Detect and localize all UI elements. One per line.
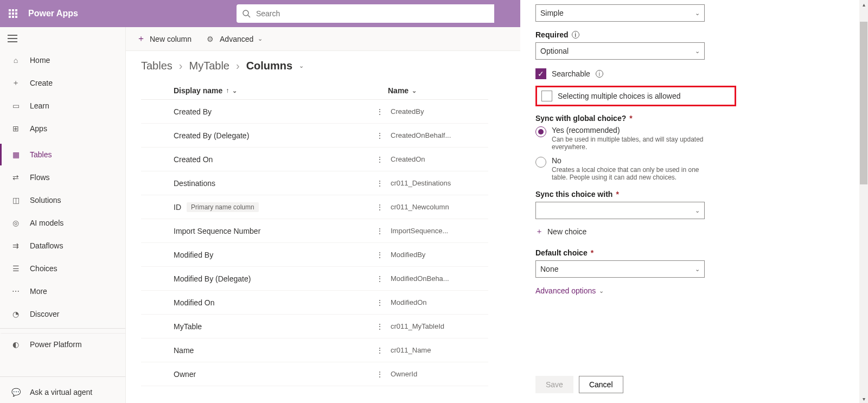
table-row[interactable]: Modified By (Delegate)⋮ModifiedOnBeha... xyxy=(141,267,488,291)
radio-no-label: No xyxy=(552,156,714,165)
new-choice-label: New choice xyxy=(547,227,586,236)
default-choice-select[interactable]: None ⌄ xyxy=(535,260,705,278)
row-more-icon[interactable]: ⋮ xyxy=(369,227,391,235)
row-display-name: Modified By xyxy=(174,251,213,259)
row-display-name: Modified By (Delegate) xyxy=(174,274,251,283)
advanced-button[interactable]: ⚙ Advanced ⌄ xyxy=(202,30,265,48)
hamburger-icon[interactable] xyxy=(0,30,125,48)
radio-yes[interactable] xyxy=(535,126,546,137)
row-more-icon[interactable]: ⋮ xyxy=(369,203,391,212)
behavior-value: Simple xyxy=(540,9,564,17)
sidebar-item-tables[interactable]: ▦Tables xyxy=(0,144,125,165)
sync-global-label: Sync with global choice? xyxy=(535,114,626,123)
row-more-icon[interactable]: ⋮ xyxy=(369,346,391,355)
power-platform-icon: ◐ xyxy=(10,339,21,350)
breadcrumb-tables[interactable]: Tables xyxy=(141,60,173,72)
searchable-checkbox[interactable]: ✓ xyxy=(535,68,546,79)
scroll-down-arrow[interactable]: ▾ xyxy=(859,394,868,403)
sidebar-item-more[interactable]: ⋯More xyxy=(0,280,125,302)
required-select[interactable]: Optional ⌄ xyxy=(535,42,705,60)
sidebar-item-flows[interactable]: ⇄Flows xyxy=(0,167,125,188)
row-more-icon[interactable]: ⋮ xyxy=(369,179,391,188)
sidebar-item-label: Power Platform xyxy=(30,340,82,349)
breadcrumb-mytable[interactable]: MyTable xyxy=(189,60,229,72)
ask-virtual-agent[interactable]: 💬 Ask a virtual agent xyxy=(0,381,125,403)
new-column-button[interactable]: ＋ New column xyxy=(135,30,194,48)
table-row[interactable]: Owner⋮OwnerId xyxy=(141,362,488,386)
sidebar-item-ai-models[interactable]: ◎AI models xyxy=(0,212,125,234)
table-row[interactable]: Created On⋮CreatedOn xyxy=(141,148,488,171)
vertical-scrollbar[interactable]: ▴ ▾ xyxy=(859,0,868,403)
table-row[interactable]: ID Primary name column⋮cr011_Newcolumn xyxy=(141,195,488,219)
chevron-down-icon[interactable]: ⌄ xyxy=(299,62,304,69)
chevron-down-icon: ⌄ xyxy=(258,35,263,42)
sidebar-item-solutions[interactable]: ◫Solutions xyxy=(0,189,125,211)
row-more-icon[interactable]: ⋮ xyxy=(369,155,391,164)
searchable-label: Searchable xyxy=(552,69,590,78)
row-display-name: Name xyxy=(174,346,194,355)
header-display-name[interactable]: Display name ↑ ⌄ xyxy=(141,86,388,95)
behavior-select[interactable]: Simple ⌄ xyxy=(535,4,705,22)
waffle-icon[interactable] xyxy=(4,5,22,22)
sidebar-item-apps[interactable]: ⊞Apps xyxy=(0,118,125,139)
advanced-options-toggle[interactable]: Advanced options ⌄ xyxy=(535,286,844,295)
cancel-button[interactable]: Cancel xyxy=(579,376,623,393)
search-input[interactable] xyxy=(255,9,489,18)
chevron-down-icon: ⌄ xyxy=(412,87,417,94)
sidebar-item-discover[interactable]: ◔Discover xyxy=(0,303,125,325)
sidebar-item-home[interactable]: ⌂Home xyxy=(0,49,125,71)
svg-rect-7 xyxy=(12,16,14,18)
chevron-down-icon: ⌄ xyxy=(695,266,700,273)
radio-yes-desc: Can be used in multiple tables, and will… xyxy=(552,136,714,151)
row-more-icon[interactable]: ⋮ xyxy=(369,322,391,331)
flow-icon: ⇄ xyxy=(10,172,21,183)
header-name[interactable]: Name ⌄ xyxy=(388,86,488,95)
row-display-name: ID xyxy=(174,203,181,212)
radio-no[interactable] xyxy=(535,157,546,168)
default-choice-value: None xyxy=(540,265,558,273)
row-schema-name: cr011_Newcolumn xyxy=(391,203,488,211)
svg-rect-4 xyxy=(12,12,14,15)
table-row[interactable]: Created By (Delegate)⋮CreatedOnBehalf... xyxy=(141,124,488,148)
table-row[interactable]: Modified On⋮ModifiedOn xyxy=(141,291,488,315)
search-box[interactable] xyxy=(237,4,494,23)
row-schema-name: ModifiedOn xyxy=(391,298,488,306)
info-icon[interactable]: i xyxy=(572,31,579,39)
table-row[interactable]: MyTable⋮cr011_MyTableId xyxy=(141,315,488,338)
table-row[interactable]: Destinations⋮cr011_Destinations xyxy=(141,171,488,195)
scroll-up-arrow[interactable]: ▴ xyxy=(859,0,868,9)
chevron-right-icon: › xyxy=(179,60,183,72)
row-more-icon[interactable]: ⋮ xyxy=(369,274,391,283)
more-icon: ⋯ xyxy=(10,286,21,297)
chevron-down-icon: ⌄ xyxy=(695,207,700,214)
sidebar-item-create[interactable]: ＋Create xyxy=(0,72,125,94)
row-more-icon[interactable]: ⋮ xyxy=(369,107,391,116)
table-row[interactable]: Created By⋮CreatedBy xyxy=(141,100,488,124)
sidebar-item-power-platform[interactable]: ◐ Power Platform xyxy=(0,333,125,355)
multiple-choices-checkbox[interactable] xyxy=(541,91,552,101)
new-choice-button[interactable]: ＋ New choice xyxy=(535,223,844,240)
sidebar-item-label: Learn xyxy=(30,101,49,110)
table-row[interactable]: Import Sequence Number⋮ImportSequence... xyxy=(141,219,488,243)
sidebar-item-choices[interactable]: ☰Choices xyxy=(0,258,125,279)
svg-rect-6 xyxy=(9,16,11,18)
table-row[interactable]: Name⋮cr011_Name xyxy=(141,338,488,362)
multiple-choices-highlight: Selecting multiple choices is allowed xyxy=(535,86,736,106)
sync-with-select[interactable]: ⌄ xyxy=(535,202,705,219)
row-schema-name: cr011_MyTableId xyxy=(391,322,488,330)
sidebar-item-label: Flows xyxy=(30,173,50,182)
row-more-icon[interactable]: ⋮ xyxy=(369,298,391,307)
svg-point-9 xyxy=(243,10,248,16)
row-more-icon[interactable]: ⋮ xyxy=(369,131,391,140)
table-row[interactable]: Modified By⋮ModifiedBy xyxy=(141,243,488,267)
info-icon[interactable]: i xyxy=(596,70,603,78)
sidebar-item-dataflows[interactable]: ⇉Dataflows xyxy=(0,235,125,257)
row-display-name: Created On xyxy=(174,155,213,164)
column-properties-panel: Simple ⌄ Required i Optional ⌄ ✓ Searcha… xyxy=(520,0,859,403)
chat-icon: 💬 xyxy=(10,387,21,398)
sidebar-item-learn[interactable]: ▭Learn xyxy=(0,95,125,117)
search-icon xyxy=(242,9,251,18)
row-more-icon[interactable]: ⋮ xyxy=(369,370,391,379)
scroll-thumb[interactable] xyxy=(860,22,867,184)
row-more-icon[interactable]: ⋮ xyxy=(369,251,391,259)
